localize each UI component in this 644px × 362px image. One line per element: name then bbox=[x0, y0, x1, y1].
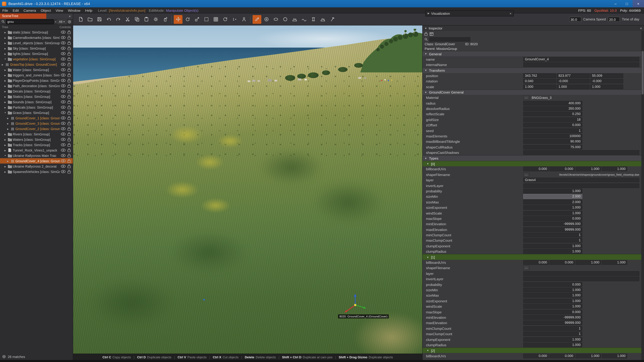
browse-button[interactable]: ... bbox=[523, 95, 529, 100]
paste-button[interactable] bbox=[142, 15, 150, 24]
inspector-search-input[interactable] bbox=[429, 37, 470, 41]
windScale-value-field[interactable]: 1.000 bbox=[523, 304, 582, 309]
tree-item-SpawnedVehicles[interactable]: ▶SpawnedVehicles [class: SimGroup] bbox=[0, 169, 73, 174]
scale-tool-button[interactable] bbox=[192, 15, 201, 24]
position-y-field[interactable]: 823.977 bbox=[557, 73, 590, 78]
maxClumpCount-value-field[interactable]: 1 bbox=[523, 332, 582, 336]
lock-icon[interactable] bbox=[66, 164, 72, 168]
tree-item-GroundCover_4[interactable]: ▶GroundCover_4 [class: GroundCover] bbox=[0, 158, 73, 164]
expand-arrow-icon[interactable]: ▶ bbox=[4, 165, 7, 167]
viewport-3d[interactable]: 8020: GroundCover_4 (GroundCover) Ctrl C… bbox=[73, 25, 422, 360]
expand-arrow-icon[interactable]: ▶ bbox=[428, 12, 430, 15]
minElevation-value-field[interactable]: -99999.000 bbox=[523, 315, 582, 320]
inspector-scrollbar[interactable] bbox=[641, 31, 644, 360]
scale-y-field[interactable]: 1.000 bbox=[557, 84, 590, 89]
clumpRadius-value-field[interactable]: 1.000 bbox=[523, 343, 582, 347]
sizeMin-value-field[interactable]: 2.000 bbox=[523, 194, 582, 199]
expand-arrow-icon[interactable]: ▶ bbox=[4, 31, 7, 33]
billboardUVs-0-field[interactable]: 0.000 bbox=[523, 167, 549, 171]
visibility-eye-icon[interactable] bbox=[60, 52, 66, 55]
translate-gizmo[interactable] bbox=[343, 294, 367, 316]
clear-search-icon[interactable]: × bbox=[55, 20, 56, 23]
shapeCullRadius-value-field[interactable]: 75.000 bbox=[523, 145, 582, 149]
tree-item-Tunnel_Rock_Vines1_unpack[interactable]: ▶Tunnel_Rock_Vines1_unpack bbox=[0, 147, 73, 153]
expand-arrow-icon[interactable]: ▶ bbox=[4, 74, 7, 76]
collapse-arrow-icon[interactable]: ▼ bbox=[4, 112, 7, 114]
undo-button[interactable] bbox=[104, 15, 113, 24]
visibility-eye-icon[interactable] bbox=[60, 159, 66, 163]
visibility-eye-icon[interactable] bbox=[60, 46, 66, 50]
clumpExponent-value-field[interactable]: 1.000 bbox=[523, 244, 582, 248]
menu-object[interactable]: Object bbox=[38, 8, 53, 12]
expand-arrow-icon[interactable]: ▶ bbox=[4, 138, 7, 141]
type-section-2[interactable]: ▼[2] bbox=[422, 348, 644, 353]
lock-icon[interactable] bbox=[66, 89, 72, 93]
tree-item-Sky[interactable]: ▶Sky [class: SimGroup] bbox=[0, 45, 73, 51]
expand-arrow-icon[interactable]: ▶ bbox=[4, 42, 7, 44]
visibility-eye-icon[interactable] bbox=[60, 84, 66, 87]
filter-dropdown[interactable]: All▼ bbox=[58, 19, 66, 24]
billboardUVs-0-field[interactable]: 0.000 bbox=[523, 354, 549, 358]
billboardUVs-0-field[interactable]: 0.000 bbox=[523, 260, 549, 265]
type-section-1[interactable]: ▼[1] bbox=[422, 254, 644, 260]
visibility-eye-icon[interactable] bbox=[60, 73, 66, 77]
lock-icon[interactable] bbox=[66, 94, 72, 98]
type-section-0[interactable]: ▼[0] bbox=[422, 161, 644, 166]
lock-icon[interactable] bbox=[66, 111, 72, 115]
gridSize-value-field[interactable]: 18 bbox=[523, 117, 582, 122]
section-transform[interactable]: ▼Transform bbox=[422, 67, 644, 73]
lock-icon[interactable] bbox=[66, 73, 72, 77]
close-button[interactable]: × bbox=[632, 0, 644, 7]
rotate-tool-button[interactable] bbox=[183, 15, 192, 24]
refresh-button[interactable] bbox=[221, 15, 230, 24]
expand-arrow-icon[interactable]: ▶ bbox=[6, 160, 10, 162]
snap-step-button[interactable]: 1▾ bbox=[230, 15, 239, 24]
radius-value-field[interactable]: 400.000 bbox=[523, 101, 582, 105]
layer-value-field[interactable]: Grass4 bbox=[523, 178, 639, 182]
invertLayer-value-field[interactable] bbox=[523, 277, 639, 281]
scenetree-close-icon[interactable]: × bbox=[67, 14, 73, 18]
expand-arrow-icon[interactable]: ▶ bbox=[4, 101, 7, 103]
visibility-eye-icon[interactable] bbox=[60, 68, 66, 71]
lock-icon[interactable] bbox=[66, 153, 72, 158]
visibility-eye-icon[interactable] bbox=[60, 36, 66, 39]
lock-icon[interactable] bbox=[66, 121, 72, 125]
lock-icon[interactable] bbox=[66, 100, 72, 104]
translate-tool-button[interactable] bbox=[174, 15, 182, 24]
tree-item-GroundCover_3[interactable]: ▶GroundCover_3 [class: GroundCover] bbox=[0, 121, 73, 126]
seed-value-field[interactable]: 1 bbox=[523, 128, 582, 133]
expand-arrow-icon[interactable]: ▶ bbox=[1, 63, 4, 65]
layout-icon[interactable] bbox=[429, 32, 434, 36]
expand-arrow-icon[interactable]: ▶ bbox=[4, 170, 7, 173]
name-value-field[interactable]: GroundCover_4 bbox=[523, 57, 639, 61]
expand-arrow-icon[interactable]: ▶ bbox=[4, 95, 7, 98]
position-x-field[interactable]: 343.762 bbox=[523, 73, 556, 78]
rotation-z-field[interactable]: -0.000 bbox=[590, 79, 623, 83]
visibility-eye-icon[interactable] bbox=[60, 100, 66, 104]
tree-item-vegetation[interactable]: ▼vegetation [class: SimGroup] bbox=[0, 56, 73, 62]
lock-icon[interactable] bbox=[66, 170, 72, 174]
maxElements-value-field[interactable]: 100000 bbox=[523, 134, 582, 138]
windScale-value-field[interactable]: 1.000 bbox=[523, 211, 582, 215]
open-level-button[interactable] bbox=[86, 15, 94, 24]
expand-arrow-icon[interactable]: ▶ bbox=[6, 117, 10, 119]
section-types[interactable]: ▼Types bbox=[422, 155, 644, 161]
menu-file[interactable]: File bbox=[0, 8, 10, 12]
visibility-eye-icon[interactable] bbox=[60, 30, 66, 34]
add-object-button[interactable] bbox=[262, 15, 271, 24]
lock-icon[interactable] bbox=[66, 143, 72, 147]
lock-icon[interactable] bbox=[66, 41, 72, 45]
minimize-button[interactable]: – bbox=[610, 0, 621, 7]
invertLayer-value-field[interactable] bbox=[523, 183, 639, 188]
lock-icon[interactable] bbox=[66, 105, 72, 109]
visibility-eye-icon[interactable] bbox=[60, 116, 66, 120]
billboardUVs-1-field[interactable]: 0.000 bbox=[550, 354, 575, 358]
scrollbar-thumb[interactable] bbox=[642, 51, 644, 94]
tree-item-GrassTop[interactable]: ▶GrassTop [class: GroundCover] bbox=[0, 62, 73, 67]
rotation-y-field[interactable]: -0.000 bbox=[557, 79, 590, 83]
maxSlope-value-field[interactable]: 0.000 bbox=[523, 310, 582, 314]
expand-arrow-icon[interactable]: ▶ bbox=[4, 47, 7, 49]
menu-edit[interactable]: Edit bbox=[10, 8, 21, 12]
visibility-eye-icon[interactable] bbox=[60, 138, 66, 141]
terrain-smooth-button[interactable] bbox=[300, 15, 308, 24]
